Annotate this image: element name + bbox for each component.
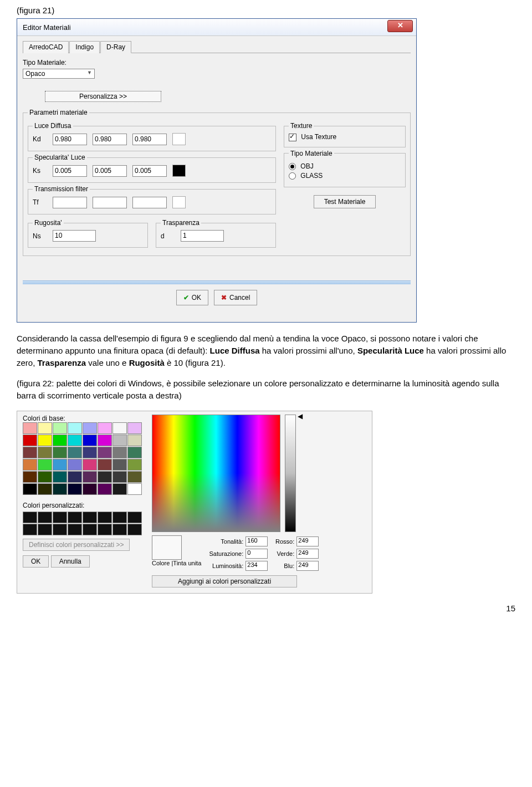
ks-color-swatch[interactable] (172, 165, 186, 177)
basic-swatch[interactable] (23, 422, 37, 434)
picker-cancel-button[interactable]: Annulla (51, 555, 90, 568)
radio-obj[interactable] (289, 163, 296, 170)
slider-thumb-icon[interactable]: ◀ (298, 412, 303, 420)
add-custom-color-button[interactable]: Aggiungi ai colori personalizzati (152, 575, 297, 587)
basic-swatch[interactable] (53, 447, 67, 458)
custom-swatch[interactable] (23, 524, 37, 535)
basic-swatch[interactable] (38, 483, 52, 495)
basic-swatch[interactable] (68, 447, 82, 458)
verde-input[interactable]: 249 (296, 549, 319, 559)
custom-swatch[interactable] (112, 512, 127, 523)
tf-input-3[interactable] (132, 197, 167, 208)
tf-input-1[interactable] (53, 197, 87, 208)
custom-swatch[interactable] (38, 524, 52, 535)
d-input[interactable]: 1 (181, 230, 224, 242)
tab-indigo[interactable]: Indigo (69, 41, 100, 53)
basic-swatch[interactable] (53, 471, 67, 483)
custom-swatch[interactable] (83, 512, 97, 523)
basic-swatch[interactable] (23, 435, 37, 446)
basic-swatch[interactable] (112, 483, 127, 495)
kd-input-1[interactable]: 0.980 (53, 134, 87, 145)
basic-swatch[interactable] (112, 422, 127, 434)
custom-swatch[interactable] (98, 524, 112, 535)
luminosita-input[interactable]: 234 (245, 561, 268, 571)
custom-swatch[interactable] (53, 524, 67, 535)
basic-swatch[interactable] (68, 483, 82, 495)
basic-swatch[interactable] (68, 471, 82, 483)
tf-input-2[interactable] (93, 197, 127, 208)
kd-input-3[interactable]: 0.980 (132, 134, 167, 145)
tipo-materiale-select[interactable]: Opaco ▼ (23, 69, 95, 79)
basic-swatch[interactable] (98, 435, 112, 446)
custom-swatch[interactable] (98, 512, 112, 523)
custom-swatch[interactable] (127, 512, 142, 523)
custom-swatch[interactable] (112, 524, 127, 535)
custom-swatch[interactable] (53, 512, 67, 523)
luminosity-slider[interactable] (285, 415, 296, 532)
basic-swatch[interactable] (98, 422, 112, 434)
basic-swatch[interactable] (53, 483, 67, 495)
basic-swatch[interactable] (112, 435, 127, 446)
basic-swatch[interactable] (112, 471, 127, 483)
usa-texture-checkbox[interactable] (289, 134, 296, 141)
basic-swatch[interactable] (83, 471, 97, 483)
kd-input-2[interactable]: 0.980 (93, 134, 127, 145)
cancel-button[interactable]: ✖ Cancel (214, 290, 257, 305)
basic-swatch[interactable] (23, 459, 37, 471)
ok-button[interactable]: ✔ OK (176, 290, 208, 305)
custom-swatch[interactable] (68, 512, 82, 523)
basic-swatch[interactable] (23, 471, 37, 483)
custom-swatch[interactable] (68, 524, 82, 535)
test-materiale-button[interactable]: Test Materiale (314, 195, 376, 208)
basic-swatch[interactable] (83, 435, 97, 446)
kd-color-swatch[interactable] (172, 133, 186, 145)
basic-swatch[interactable] (83, 447, 97, 458)
picker-ok-button[interactable]: OK (23, 555, 49, 568)
ks-input-2[interactable]: 0.005 (93, 165, 127, 177)
basic-swatch[interactable] (98, 483, 112, 495)
basic-swatch[interactable] (112, 447, 127, 458)
basic-swatch[interactable] (98, 459, 112, 471)
basic-swatch[interactable] (68, 459, 82, 471)
tab-dray[interactable]: D-Ray (100, 41, 131, 53)
custom-swatch[interactable] (127, 524, 142, 535)
basic-swatch[interactable] (68, 422, 82, 434)
basic-swatch[interactable] (53, 422, 67, 434)
basic-swatch[interactable] (127, 471, 142, 483)
personalizza-button[interactable]: Personalizza >> (45, 91, 161, 102)
custom-swatch[interactable] (23, 512, 37, 523)
basic-swatch[interactable] (127, 447, 142, 458)
basic-swatch[interactable] (38, 459, 52, 471)
basic-swatch[interactable] (23, 447, 37, 458)
tonalita-input[interactable]: 160 (245, 536, 268, 546)
radio-glass[interactable] (289, 172, 296, 180)
close-button[interactable]: ✕ (387, 20, 413, 32)
tf-color-swatch[interactable] (172, 196, 186, 208)
custom-swatch[interactable] (83, 524, 97, 535)
ks-input-3[interactable]: 0.005 (132, 165, 167, 177)
basic-swatch[interactable] (53, 459, 67, 471)
basic-swatch[interactable] (98, 471, 112, 483)
basic-swatch[interactable] (38, 435, 52, 446)
basic-swatch[interactable] (38, 471, 52, 483)
blu-input[interactable]: 249 (296, 561, 319, 571)
basic-swatch[interactable] (83, 422, 97, 434)
define-custom-button[interactable]: Definisci colori personalizzati >> (23, 539, 130, 551)
basic-swatch[interactable] (112, 459, 127, 471)
basic-swatch[interactable] (68, 435, 82, 446)
basic-swatch[interactable] (53, 435, 67, 446)
basic-swatch[interactable] (127, 483, 142, 495)
basic-swatch[interactable] (98, 447, 112, 458)
basic-swatch[interactable] (83, 483, 97, 495)
saturazione-input[interactable]: 0 (245, 549, 268, 559)
basic-swatch[interactable] (127, 459, 142, 471)
tab-arredocad[interactable]: ArredoCAD (23, 41, 69, 53)
basic-swatch[interactable] (38, 422, 52, 434)
ns-input[interactable]: 10 (53, 230, 96, 242)
hue-sat-field[interactable] (152, 415, 280, 532)
basic-swatch[interactable] (83, 459, 97, 471)
rosso-input[interactable]: 249 (296, 536, 319, 546)
basic-swatch[interactable] (38, 447, 52, 458)
basic-swatch[interactable] (23, 483, 37, 495)
custom-swatch[interactable] (38, 512, 52, 523)
